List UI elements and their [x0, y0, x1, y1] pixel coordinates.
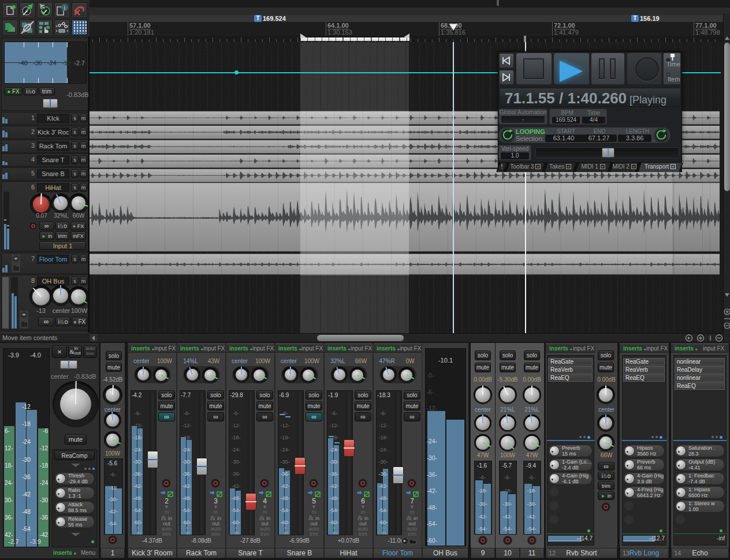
svg-text:i: i — [64, 5, 66, 11]
